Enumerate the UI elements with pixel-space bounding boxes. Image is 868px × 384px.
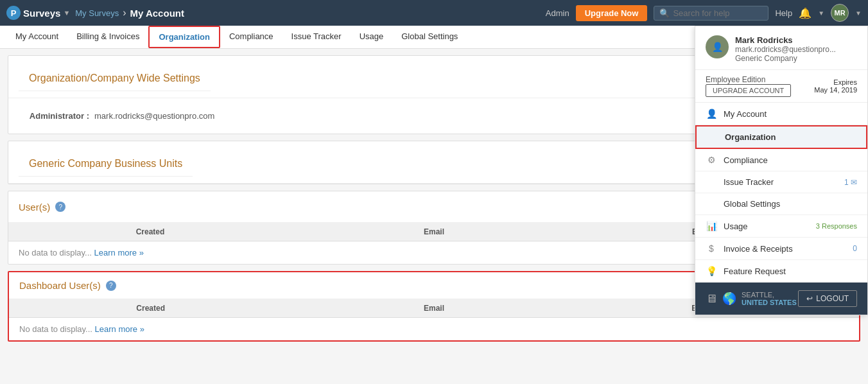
dropdown-footer: 🖥 🌎 SEATTLE, UNITED STATES ↩ LOGOUT — [695, 283, 867, 315]
bar-chart-icon: 📊 — [706, 221, 717, 231]
admin-label: Admin — [546, 8, 569, 18]
location-text-block: SEATTLE, UNITED STATES — [742, 291, 798, 306]
dropdown-compliance[interactable]: ⚙ Compliance — [695, 149, 867, 171]
dropdown-feature-request-label: Feature Request — [724, 266, 857, 276]
dropdown-invoice-receipts[interactable]: $ Invoice & Receipts 0 — [695, 238, 867, 260]
dash-col-email: Email — [292, 304, 575, 313]
logout-button[interactable]: ↩ LOGOUT — [798, 290, 857, 307]
col-email: Email — [292, 227, 576, 236]
dropdown-global-settings-label: Global Settings — [724, 199, 857, 209]
help-label: Help — [775, 8, 792, 18]
dropdown-my-account[interactable]: 👤 My Account — [695, 103, 867, 125]
dropdown-issue-tracker[interactable]: Issue Tracker 1 ✉ — [695, 171, 867, 193]
top-nav: P Surveys ▼ My Surveys › My Account Admi… — [0, 0, 868, 26]
dropdown-avatar: 👤 — [706, 35, 729, 58]
users-title: User(s) — [19, 202, 50, 213]
gear-icon: ⚙ — [706, 155, 717, 165]
users-no-data-text: No data to display... — [19, 248, 92, 257]
nav-issue-tracker[interactable]: Issue Tracker — [282, 26, 351, 48]
nav-compliance[interactable]: Compliance — [220, 26, 282, 48]
nav-usage[interactable]: Usage — [351, 26, 393, 48]
location-country: UNITED STATES — [742, 299, 797, 306]
admin-email-value: mark.rodricks@questionpro.com — [94, 111, 214, 121]
dropdown-organization-label: Organization — [725, 132, 856, 142]
logout-label: LOGOUT — [816, 294, 849, 303]
surveys-menu-button[interactable]: P Surveys ▼ — [6, 6, 70, 20]
nav-left: P Surveys ▼ My Surveys › My Account — [6, 6, 184, 20]
breadcrumb-current: My Account — [130, 8, 184, 19]
breadcrumb-parent[interactable]: My Surveys — [75, 8, 119, 18]
caret-down-icon: ▼ — [63, 9, 70, 17]
admin-field-label: Administrator : — [19, 111, 89, 121]
dropdown-user-section: 👤 Mark Rodricks mark.rodricks@questionpr… — [695, 26, 867, 70]
surveys-label: Surveys — [23, 8, 60, 19]
search-icon: 🔍 — [659, 8, 670, 18]
dropdown-edition-label: Employee Edition — [706, 75, 791, 84]
dropdown-user-name: Mark Rodricks — [735, 35, 857, 45]
dropdown-user-info: Mark Rodricks mark.rodricks@questionpro.… — [735, 35, 857, 63]
dropdown-my-account-label: My Account — [724, 109, 857, 119]
search-box: 🔍 — [654, 6, 768, 21]
upgrade-account-button[interactable]: UPGRADE ACCOUNT — [706, 84, 791, 97]
dashboard-title: Dashboard User(s) — [19, 280, 101, 291]
avatar-caret-icon: ▼ — [855, 10, 862, 17]
nav-right: Admin Upgrade Now 🔍 Help 🔔 ▼ MR ▼ — [546, 4, 862, 22]
dollar-icon: $ — [706, 243, 717, 254]
dropdown-expires-date: May 14, 2019 — [814, 86, 857, 94]
avatar-button[interactable]: MR — [831, 4, 849, 22]
p-logo: P — [6, 6, 21, 20]
upgrade-now-button[interactable]: Upgrade Now — [576, 5, 648, 21]
logout-icon: ↩ — [806, 294, 813, 303]
dropdown-avatar-icon: 👤 — [712, 42, 723, 52]
col-created: Created — [8, 227, 292, 236]
dropdown-edition-row: Employee Edition UPGRADE ACCOUNT Expires… — [695, 70, 867, 103]
dropdown-expires: Expires May 14, 2019 — [814, 78, 857, 94]
dropdown-organization[interactable]: Organization — [695, 125, 867, 149]
user-dropdown-panel: 👤 Mark Rodricks mark.rodricks@questionpr… — [695, 26, 868, 315]
business-units-title: Generic Company Business Units — [19, 149, 193, 177]
nav-billing-invoices[interactable]: Billing & Invoices — [67, 26, 148, 48]
person-icon: 👤 — [706, 109, 717, 119]
dropdown-usage-responses: 3 Responses — [816, 222, 857, 230]
dashboard-no-data-text: No data to display... — [19, 324, 92, 334]
dropdown-edition-block: Employee Edition UPGRADE ACCOUNT — [706, 75, 791, 97]
bulb-icon: 💡 — [706, 266, 717, 276]
users-learn-more-link[interactable]: Learn more » — [94, 248, 144, 257]
dropdown-user-email: mark.rodricks@questionpro... — [735, 45, 857, 54]
breadcrumb-separator: › — [123, 7, 126, 19]
dropdown-issue-tracker-label: Issue Tracker — [724, 177, 838, 187]
location-city: SEATTLE, — [742, 291, 774, 299]
dropdown-usage[interactable]: 📊 Usage 3 Responses — [695, 215, 867, 238]
users-help-icon[interactable]: ? — [55, 202, 65, 212]
dropdown-invoice-badge: 0 — [853, 244, 857, 253]
dropdown-issue-badge: 1 ✉ — [844, 178, 857, 187]
dropdown-invoice-label: Invoice & Receipts — [724, 244, 846, 254]
nav-my-account[interactable]: My Account — [6, 26, 67, 48]
org-settings-title: Organization/Company Wide Settings — [19, 64, 211, 91]
dropdown-user-company: Generic Company — [735, 54, 857, 63]
breadcrumb: My Surveys › My Account — [75, 7, 184, 19]
dropdown-feature-request[interactable]: 💡 Feature Request — [695, 260, 867, 283]
dropdown-expires-label: Expires — [814, 78, 857, 86]
dropdown-global-settings[interactable]: Global Settings — [695, 193, 867, 215]
dash-col-created: Created — [9, 304, 292, 313]
flag-icon: 🌎 — [722, 292, 736, 306]
dashboard-help-icon[interactable]: ? — [106, 281, 116, 291]
bell-caret-icon: ▼ — [818, 10, 824, 17]
search-input[interactable] — [673, 8, 763, 18]
server-icon: 🖥 — [706, 292, 717, 306]
dashboard-no-data-row: No data to display... Learn more » — [9, 318, 859, 340]
dropdown-usage-label: Usage — [724, 222, 810, 231]
nav-organization[interactable]: Organization — [148, 26, 220, 48]
dropdown-compliance-label: Compliance — [724, 155, 857, 165]
notifications-button[interactable]: 🔔 — [799, 7, 812, 19]
dashboard-learn-more-link[interactable]: Learn more » — [95, 324, 144, 334]
dropdown-location: 🖥 🌎 SEATTLE, UNITED STATES — [706, 291, 798, 306]
avatar-initials: MR — [835, 9, 846, 17]
nav-global-settings[interactable]: Global Settings — [392, 26, 467, 48]
